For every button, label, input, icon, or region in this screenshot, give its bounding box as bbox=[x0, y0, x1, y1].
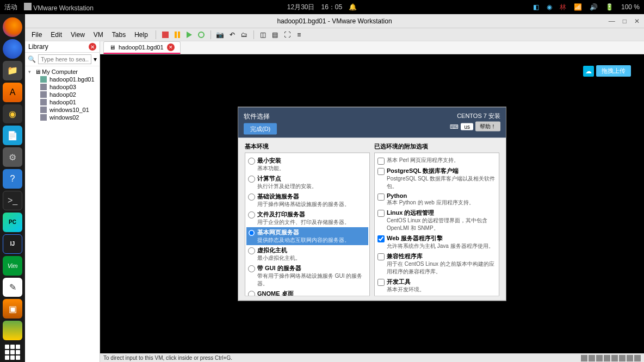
base-env-option[interactable]: 虚拟化主机最小虚拟化主机。 bbox=[246, 245, 368, 263]
addon-option[interactable]: 开发工具基本开发环境。 bbox=[376, 277, 498, 295]
addon-list[interactable]: 基本 Perl 网页应用程序支持。 PostgreSQL 数据库客户端Postg… bbox=[374, 153, 499, 296]
radio-input[interactable] bbox=[248, 265, 255, 272]
snapshot-manager-button[interactable]: 🗂 bbox=[239, 30, 249, 40]
dock-image[interactable] bbox=[3, 321, 22, 340]
status-icon[interactable] bbox=[581, 355, 587, 361]
status-icon[interactable] bbox=[627, 355, 633, 361]
activities-button[interactable]: 活动 bbox=[4, 3, 17, 12]
dock-texteditor[interactable]: ✎ bbox=[3, 278, 22, 297]
dock-apps-grid[interactable] bbox=[3, 342, 22, 362]
vm-item-hadoop03[interactable]: hadoop03 bbox=[25, 83, 100, 91]
dock-vmware[interactable]: ▣ bbox=[3, 299, 22, 319]
addon-option[interactable]: PostgreSQL 数据库客户端PostgreSQL SQL 数据库客户端以及… bbox=[376, 166, 498, 191]
checkbox-input[interactable] bbox=[377, 194, 385, 201]
base-env-option[interactable]: 文件及打印服务器用于企业的文件、打印及存储服务器。 bbox=[246, 209, 368, 227]
dock-intellij[interactable]: IJ bbox=[3, 234, 22, 254]
fullscreen-button[interactable]: ⛶ bbox=[282, 30, 292, 40]
status-icon[interactable] bbox=[589, 355, 595, 361]
dock-firefox[interactable] bbox=[3, 17, 22, 37]
vm-item-windows02[interactable]: windows02 bbox=[25, 114, 100, 121]
menu-tabs[interactable]: Tabs bbox=[109, 31, 129, 39]
checkbox-input[interactable] bbox=[377, 235, 385, 242]
library-close-button[interactable]: ✕ bbox=[89, 43, 96, 51]
addon-option[interactable]: Linux 的远程管理CentOS Linux 的远程管理界面，其中包含 Ope… bbox=[376, 208, 498, 233]
menu-file[interactable]: File bbox=[28, 31, 45, 39]
restart-button[interactable] bbox=[196, 30, 206, 40]
tray-icon-1[interactable]: ◧ bbox=[533, 3, 539, 11]
cloud-upload-icon[interactable]: ☁ bbox=[583, 66, 594, 77]
radio-input[interactable] bbox=[248, 194, 255, 201]
checkbox-input[interactable] bbox=[377, 279, 385, 286]
menu-vm[interactable]: VM bbox=[90, 31, 107, 39]
dock-thunderbird[interactable] bbox=[3, 39, 22, 59]
vm-screen[interactable]: ☁ 拖拽上传 软件选择 完成(D) CENTOS 7 安装 ⌨ bbox=[100, 54, 644, 353]
radio-input[interactable] bbox=[248, 229, 255, 236]
library-search-input[interactable] bbox=[38, 54, 91, 64]
clock[interactable]: 12月30日 16：05 🔔 bbox=[287, 3, 357, 12]
addon-option[interactable]: 基本 Perl 网页应用程序支持。 bbox=[376, 155, 498, 166]
upload-button[interactable]: 拖拽上传 bbox=[596, 65, 631, 77]
menu-view[interactable]: View bbox=[67, 31, 88, 39]
dock-software[interactable]: A bbox=[3, 83, 22, 102]
addon-option[interactable]: Python基本 Python 的 web 应用程序支持。 bbox=[376, 191, 498, 208]
base-env-option[interactable]: 计算节点执行计算及处理的安装。 bbox=[246, 173, 368, 191]
base-env-option[interactable]: 带 GUI 的服务器带有用于操作网络基础设施服务 GUI 的服务器。 bbox=[246, 263, 368, 289]
checkbox-input[interactable] bbox=[377, 253, 385, 260]
checkbox-input[interactable] bbox=[377, 168, 385, 175]
power-off-button[interactable] bbox=[160, 30, 170, 40]
tray-icon-3[interactable]: 林 bbox=[560, 3, 566, 12]
dock-terminal[interactable]: >_ bbox=[3, 191, 22, 210]
addon-option[interactable]: 安全性工具用于完整性和可信验证的安全性工具。 bbox=[376, 295, 498, 296]
dock-vim[interactable]: Vim bbox=[3, 256, 22, 276]
minimize-button[interactable]: — bbox=[609, 17, 615, 25]
radio-input[interactable] bbox=[248, 247, 255, 254]
suspend-button[interactable] bbox=[172, 30, 182, 40]
done-button[interactable]: 完成(D) bbox=[244, 123, 277, 135]
status-icon[interactable] bbox=[596, 355, 603, 361]
tab-close-button[interactable]: ✕ bbox=[167, 43, 175, 51]
status-icon[interactable] bbox=[611, 355, 618, 361]
dock-files[interactable]: 📁 bbox=[3, 61, 22, 80]
unity-button[interactable]: ≡ bbox=[294, 30, 304, 40]
vm-item-windows10-01[interactable]: windows10_01 bbox=[25, 106, 100, 114]
menu-edit[interactable]: Edit bbox=[47, 31, 65, 39]
dock-settings[interactable]: ⚙ bbox=[3, 147, 22, 167]
checkbox-input[interactable] bbox=[377, 210, 385, 217]
base-env-list[interactable]: 最小安装基本功能。 计算节点执行计算及处理的安装。 基础设施服务器用于操作网络基… bbox=[245, 153, 370, 296]
tray-icon-2[interactable]: ◉ bbox=[547, 3, 552, 11]
addon-option[interactable]: Web 服务器程序引擎允许将系统作为主机 Java 服务器程序使用。 bbox=[376, 233, 498, 251]
power-on-button[interactable] bbox=[184, 30, 194, 40]
dock-rhythmbox[interactable]: ◉ bbox=[3, 104, 22, 124]
maximize-button[interactable]: □ bbox=[623, 17, 627, 25]
snapshot-button[interactable]: 📷 bbox=[215, 30, 225, 40]
radio-input[interactable] bbox=[248, 211, 255, 219]
checkbox-input[interactable] bbox=[377, 158, 385, 165]
system-status-area[interactable]: ◧ ◉ 林 📶 🔊 🔋 100 % bbox=[533, 3, 640, 12]
menu-help[interactable]: Help bbox=[131, 31, 151, 39]
vm-item-hadoop01-bgd01[interactable]: hadoop01.bgd01 bbox=[25, 76, 100, 83]
language-indicator[interactable]: us bbox=[461, 123, 473, 130]
status-icon[interactable] bbox=[619, 355, 626, 361]
base-env-option[interactable]: 最小安装基本功能。 bbox=[246, 155, 368, 173]
dock-libreoffice[interactable]: 📄 bbox=[3, 126, 22, 145]
base-env-option[interactable]: 基本网页服务器提供静态及动态互联网内容的服务器。 bbox=[246, 227, 368, 245]
layout-button-1[interactable]: ◫ bbox=[258, 30, 268, 40]
snapshot-revert-button[interactable]: ↶ bbox=[227, 30, 237, 40]
radio-input[interactable] bbox=[248, 176, 255, 183]
dock-pycharm[interactable]: PC bbox=[3, 213, 22, 232]
layout-button-2[interactable]: ▤ bbox=[270, 30, 280, 40]
dock-help[interactable]: ? bbox=[3, 169, 22, 189]
addon-option[interactable]: 兼容性程序库用于在 CentOS Linux 的之前版本中构建的应用程序的兼容程… bbox=[376, 251, 498, 277]
search-dropdown-icon[interactable]: ▾ bbox=[94, 55, 97, 63]
status-icon[interactable] bbox=[604, 355, 610, 361]
vm-tab-hadoop01-bgd01[interactable]: 🖥 hadoop01.bgd01 ✕ bbox=[103, 41, 181, 54]
tree-root[interactable]: ▾ 🖥 My Computer bbox=[25, 68, 100, 76]
app-menu[interactable]: VMware Workstation bbox=[24, 3, 94, 12]
base-env-option[interactable]: 基础设施服务器用于操作网络基础设施服务的服务器。 bbox=[246, 191, 368, 209]
radio-input[interactable] bbox=[248, 291, 255, 296]
help-button[interactable]: 帮助！ bbox=[475, 122, 500, 132]
close-button[interactable]: ✕ bbox=[634, 17, 640, 25]
radio-input[interactable] bbox=[248, 158, 255, 165]
status-icon[interactable] bbox=[634, 355, 641, 361]
vm-item-hadoop01[interactable]: hadoop01 bbox=[25, 98, 100, 106]
